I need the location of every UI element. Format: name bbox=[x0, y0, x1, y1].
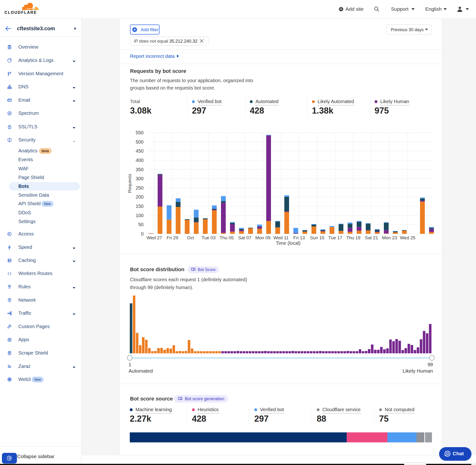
svg-text:Thu 19: Thu 19 bbox=[346, 235, 360, 240]
svg-text:Mon 09: Mon 09 bbox=[255, 235, 270, 240]
svg-text:50: 50 bbox=[138, 222, 144, 227]
svg-text:550: 550 bbox=[136, 130, 144, 135]
svg-text:Sun 15: Sun 15 bbox=[310, 235, 324, 240]
svg-text:Wed 25: Wed 25 bbox=[400, 235, 415, 240]
svg-text:Mon 23: Mon 23 bbox=[382, 235, 397, 240]
svg-text:Thu 05: Thu 05 bbox=[220, 235, 233, 240]
svg-text:Time (local): Time (local) bbox=[276, 241, 300, 246]
svg-text:100: 100 bbox=[136, 213, 144, 218]
svg-text:Wed 27: Wed 27 bbox=[147, 235, 162, 240]
svg-text:Oct: Oct bbox=[187, 235, 194, 240]
svg-text:99: 99 bbox=[428, 362, 433, 367]
svg-text:Requests: Requests bbox=[127, 174, 132, 193]
svg-text:Tue 03: Tue 03 bbox=[202, 235, 215, 240]
svg-text:200: 200 bbox=[136, 194, 144, 200]
svg-text:300: 300 bbox=[136, 176, 144, 181]
svg-text:0: 0 bbox=[141, 231, 144, 236]
svg-text:400: 400 bbox=[136, 158, 144, 163]
svg-text:Likely Human: Likely Human bbox=[403, 368, 433, 374]
svg-text:Fri 13: Fri 13 bbox=[293, 235, 305, 240]
svg-text:250: 250 bbox=[136, 185, 144, 190]
svg-text:350: 350 bbox=[136, 167, 144, 172]
svg-text:150: 150 bbox=[136, 204, 144, 209]
svg-text:Automated: Automated bbox=[128, 368, 153, 374]
svg-text:Wed 11: Wed 11 bbox=[273, 235, 289, 240]
svg-text:Fri 29: Fri 29 bbox=[167, 235, 178, 240]
svg-text:Tue 17: Tue 17 bbox=[328, 235, 342, 240]
svg-text:1: 1 bbox=[128, 362, 131, 367]
svg-text:500: 500 bbox=[136, 139, 144, 145]
svg-text:450: 450 bbox=[136, 148, 144, 154]
svg-text:Sat 21: Sat 21 bbox=[365, 235, 378, 240]
svg-text:Sat 07: Sat 07 bbox=[238, 235, 252, 240]
